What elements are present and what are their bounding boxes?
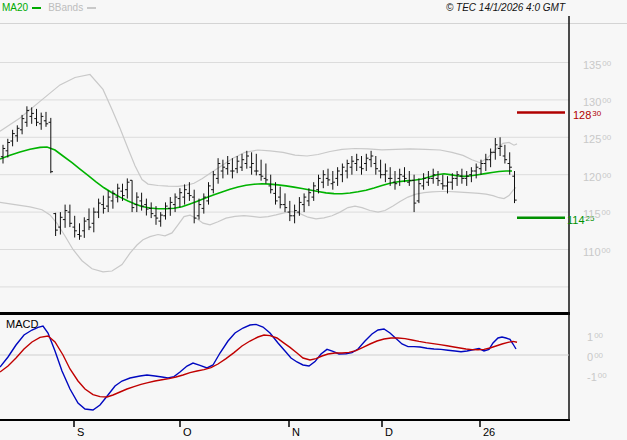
ohlc-bar: [340, 164, 344, 183]
copyright-timestamp: © TEC 14/1/2026 4:0 GMT: [446, 2, 565, 13]
ohlc-bar: [25, 106, 29, 127]
ohlc-bar: [173, 193, 177, 212]
ohlc-bar: [10, 130, 14, 147]
ohlc-bar: [77, 223, 81, 240]
ohlc-bar: [249, 152, 253, 174]
ohlc-bar: [417, 178, 421, 203]
ohlc-bar: [182, 184, 186, 204]
ohlc-bar: [96, 199, 100, 219]
ohlc-bar: [149, 202, 153, 218]
ohlc-bar: [235, 156, 239, 173]
macd-axis-label: -100: [587, 371, 607, 385]
ohlc-bar: [135, 192, 139, 212]
macd-axis-label: 100: [587, 331, 603, 345]
bollinger-upper-band: [0, 75, 517, 187]
ohlc-bar: [283, 193, 287, 212]
ohlc-bar: [226, 156, 230, 175]
ohlc-bar: [369, 151, 373, 167]
ohlc-bar: [68, 205, 72, 228]
ohlc-bar: [436, 171, 440, 186]
ohlc-bar: [350, 156, 354, 175]
ohlc-bar: [159, 212, 163, 227]
ohlc-bar: [125, 178, 129, 198]
x-axis-month-label: S: [77, 426, 84, 438]
ohlc-bar: [421, 173, 425, 190]
ohlc-bar: [139, 193, 143, 211]
ohlc-bar: [474, 164, 478, 179]
ohlc-bar: [355, 154, 359, 171]
ohlc-bar: [106, 190, 110, 212]
ohlc-bar: [230, 158, 234, 178]
ohlc-bar: [221, 160, 225, 179]
ohlc-bar: [455, 171, 459, 186]
ohlc-bar: [206, 182, 210, 204]
ohlc-bar: [441, 175, 445, 190]
ohlc-bar: [259, 160, 263, 181]
macd-axis-label: 000: [587, 351, 603, 365]
ohlc-bar: [101, 196, 105, 214]
ohlc-bar: [63, 205, 67, 228]
ohlc-bar: [240, 154, 244, 171]
ohlc-bar: [326, 169, 330, 186]
ohlc-bar: [445, 176, 449, 193]
ohlc-bar: [1, 145, 5, 164]
price-axis-label: 11500: [583, 208, 610, 222]
macd-signal-line: [0, 335, 517, 397]
ohlc-bar: [331, 171, 335, 190]
ohlc-bar: [292, 205, 296, 224]
technical-analysis-chart: MA20 BBands © TEC 14/1/2026 4:0 GMT MACD…: [0, 0, 627, 440]
ohlc-bar: [393, 171, 397, 190]
ohlc-bar: [192, 190, 196, 224]
ohlc-bar: [321, 170, 325, 188]
ohlc-bar: [178, 188, 182, 207]
macd-panel-label: MACD: [6, 318, 38, 330]
resistance-level-label: 12830: [573, 109, 601, 123]
ohlc-bar: [465, 171, 469, 186]
x-axis-month-label: 26: [483, 426, 495, 438]
price-axis-label: 12500: [583, 133, 611, 147]
x-axis-month-label: D: [385, 426, 393, 438]
chart-legend: MA20 BBands: [2, 2, 103, 13]
ohlc-bar: [335, 167, 339, 186]
ohlc-bar: [398, 169, 402, 186]
ohlc-bar: [512, 171, 516, 203]
ohlc-bar: [245, 151, 249, 169]
ma20-line-swatch: [32, 7, 41, 9]
ohlc-bar: [34, 109, 38, 126]
ohlc-bar: [73, 216, 77, 238]
ohlc-bar: [302, 193, 306, 212]
ohlc-bar: [383, 164, 387, 183]
ohlc-bar: [378, 160, 382, 179]
ohlc-bar: [278, 187, 282, 209]
ohlc-bar: [345, 160, 349, 179]
price-axis-label: 13500: [583, 59, 611, 73]
ohlc-bar: [407, 171, 411, 186]
ohlc-bar: [202, 193, 206, 213]
candlesticks: [1, 106, 517, 240]
ohlc-bar: [484, 154, 488, 171]
bollinger-lower-band: [0, 187, 516, 272]
ohlc-bar: [116, 184, 120, 203]
x-axis-month-label: O: [183, 426, 192, 438]
ohlc-bar: [39, 113, 43, 130]
ohlc-bar: [254, 154, 258, 176]
ohlc-bar: [488, 149, 492, 168]
ohlc-bar: [359, 156, 363, 175]
ohlc-bar: [374, 156, 378, 175]
ohlc-bar: [92, 208, 96, 233]
ohlc-bar: [503, 145, 507, 164]
ohlc-bar: [168, 197, 172, 216]
price-axis-label: 12000: [583, 171, 611, 185]
ohlc-bar: [44, 112, 48, 127]
ohlc-bar: [364, 154, 368, 171]
ohlc-bar: [163, 202, 167, 219]
legend-bbands-label: BBands: [48, 2, 83, 13]
ohlc-bar: [130, 180, 134, 212]
chart-canvas: [0, 0, 627, 440]
x-axis-month-label: N: [292, 426, 300, 438]
ohlc-bar: [82, 217, 86, 238]
ohlc-bar: [264, 164, 268, 184]
ohlc-bar: [15, 125, 19, 142]
price-axis-label: 13000: [583, 96, 611, 110]
bbands-line-swatch: [87, 7, 96, 9]
